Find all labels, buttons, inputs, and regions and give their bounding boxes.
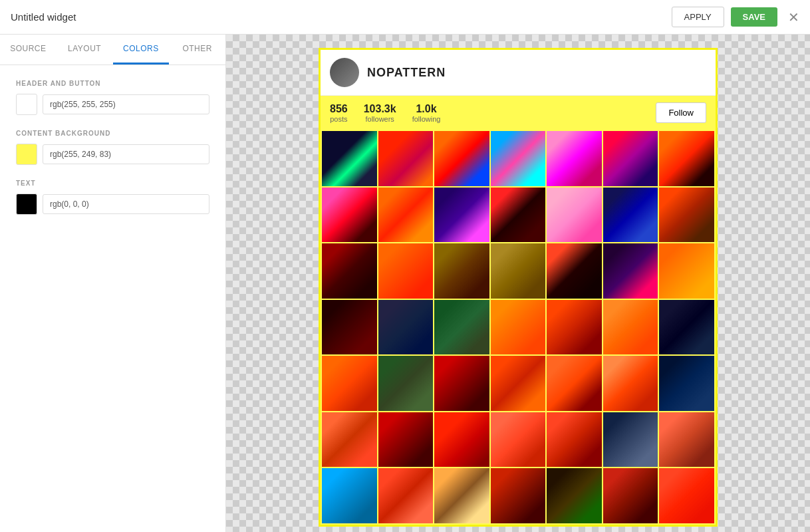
photo-cell[interactable] bbox=[603, 300, 658, 355]
posts-count: 856 bbox=[330, 103, 348, 115]
topbar: Untitled widget APPLY SAVE ✕ bbox=[0, 0, 810, 35]
photo-cell[interactable] bbox=[322, 300, 377, 355]
photo-cell[interactable] bbox=[434, 131, 489, 186]
username: NOPATTERN bbox=[367, 66, 446, 80]
photo-cell[interactable] bbox=[659, 188, 714, 243]
photo-cell[interactable] bbox=[434, 468, 489, 523]
tab-layout[interactable]: LAYOUT bbox=[57, 35, 113, 65]
follow-button[interactable]: Follow bbox=[656, 102, 706, 123]
photo-cell[interactable] bbox=[434, 300, 489, 355]
avatar bbox=[330, 58, 359, 87]
sidebar: SOURCE LAYOUT COLORS OTHER HEADER AND BU… bbox=[0, 35, 226, 532]
photo-cell[interactable] bbox=[378, 131, 434, 186]
preview-area: NOPATTERN 856 posts 103.3k followers 1.0… bbox=[226, 35, 810, 532]
photo-cell[interactable] bbox=[659, 412, 714, 467]
tab-source[interactable]: SOURCE bbox=[0, 35, 57, 65]
photo-cell[interactable] bbox=[491, 131, 546, 186]
photo-cell[interactable] bbox=[322, 468, 377, 523]
header-button-color-row bbox=[16, 94, 209, 115]
photo-grid bbox=[321, 130, 716, 525]
content-bg-color-row bbox=[16, 144, 209, 165]
text-color-row bbox=[16, 194, 209, 215]
photo-cell[interactable] bbox=[603, 243, 658, 299]
photo-cell[interactable] bbox=[547, 412, 602, 467]
widget-header: NOPATTERN bbox=[321, 50, 716, 96]
photo-cell[interactable] bbox=[491, 243, 546, 299]
photo-cell[interactable] bbox=[378, 412, 434, 467]
sidebar-tabs: SOURCE LAYOUT COLORS OTHER bbox=[0, 35, 225, 65]
stat-posts: 856 posts bbox=[330, 103, 364, 123]
followers-label: followers bbox=[364, 115, 396, 123]
photo-cell[interactable] bbox=[547, 300, 602, 355]
photo-cell[interactable] bbox=[434, 188, 489, 243]
photo-cell[interactable] bbox=[491, 188, 546, 243]
content-bg-color-input[interactable] bbox=[43, 144, 209, 164]
photo-cell[interactable] bbox=[434, 356, 489, 411]
photo-cell[interactable] bbox=[378, 300, 434, 355]
photo-cell[interactable] bbox=[322, 412, 377, 467]
stat-following: 1.0k following bbox=[412, 103, 457, 123]
widget-stats: 856 posts 103.3k followers 1.0k followin… bbox=[321, 96, 716, 130]
following-count: 1.0k bbox=[412, 103, 441, 115]
text-label: TEXT bbox=[16, 180, 209, 187]
photo-cell[interactable] bbox=[491, 356, 546, 411]
followers-count: 103.3k bbox=[364, 103, 396, 115]
close-button[interactable]: ✕ bbox=[788, 9, 799, 25]
content-bg-label: CONTENT BACKGROUND bbox=[16, 130, 209, 137]
tab-other[interactable]: OTHER bbox=[169, 35, 225, 65]
photo-cell[interactable] bbox=[378, 356, 434, 411]
photo-cell[interactable] bbox=[322, 131, 377, 186]
photo-cell[interactable] bbox=[322, 356, 377, 411]
photo-cell[interactable] bbox=[491, 412, 546, 467]
text-swatch[interactable] bbox=[16, 194, 37, 215]
apply-button[interactable]: APPLY bbox=[672, 7, 724, 27]
photo-cell[interactable] bbox=[434, 412, 489, 467]
photo-cell[interactable] bbox=[547, 356, 602, 411]
photo-cell[interactable] bbox=[378, 188, 434, 243]
widget-preview: NOPATTERN 856 posts 103.3k followers 1.0… bbox=[319, 48, 718, 527]
photo-cell[interactable] bbox=[659, 300, 714, 355]
photo-cell[interactable] bbox=[547, 468, 602, 523]
photo-cell[interactable] bbox=[491, 300, 546, 355]
photo-cell[interactable] bbox=[378, 468, 434, 523]
photo-cell[interactable] bbox=[659, 243, 714, 299]
header-button-label: HEADER AND BUTTON bbox=[16, 80, 209, 87]
photo-cell[interactable] bbox=[603, 412, 658, 467]
photo-cell[interactable] bbox=[603, 356, 658, 411]
photo-cell[interactable] bbox=[547, 243, 602, 299]
tab-colors[interactable]: COLORS bbox=[113, 35, 170, 65]
header-button-color-input[interactable] bbox=[43, 94, 209, 114]
photo-cell[interactable] bbox=[322, 188, 377, 243]
posts-label: posts bbox=[330, 115, 348, 123]
photo-cell[interactable] bbox=[322, 243, 377, 299]
stat-followers: 103.3k followers bbox=[364, 103, 412, 123]
photo-cell[interactable] bbox=[659, 131, 714, 186]
sidebar-content: HEADER AND BUTTON CONTENT BACKGROUND TEX… bbox=[0, 65, 225, 244]
app-title: Untitled widget bbox=[11, 11, 76, 23]
content-bg-swatch[interactable] bbox=[16, 144, 37, 165]
text-color-input[interactable] bbox=[43, 194, 209, 214]
photo-cell[interactable] bbox=[547, 131, 602, 186]
photo-cell[interactable] bbox=[603, 468, 658, 523]
photo-cell[interactable] bbox=[547, 188, 602, 243]
save-button[interactable]: SAVE bbox=[731, 7, 777, 27]
header-button-swatch[interactable] bbox=[16, 94, 37, 115]
main-layout: SOURCE LAYOUT COLORS OTHER HEADER AND BU… bbox=[0, 35, 810, 532]
photo-cell[interactable] bbox=[378, 243, 434, 299]
topbar-actions: APPLY SAVE ✕ bbox=[672, 7, 799, 27]
photo-cell[interactable] bbox=[603, 131, 658, 186]
following-label: following bbox=[412, 115, 441, 123]
photo-cell[interactable] bbox=[491, 468, 546, 523]
photo-cell[interactable] bbox=[659, 356, 714, 411]
photo-cell[interactable] bbox=[434, 243, 489, 299]
photo-cell[interactable] bbox=[603, 188, 658, 243]
photo-cell[interactable] bbox=[659, 468, 714, 523]
